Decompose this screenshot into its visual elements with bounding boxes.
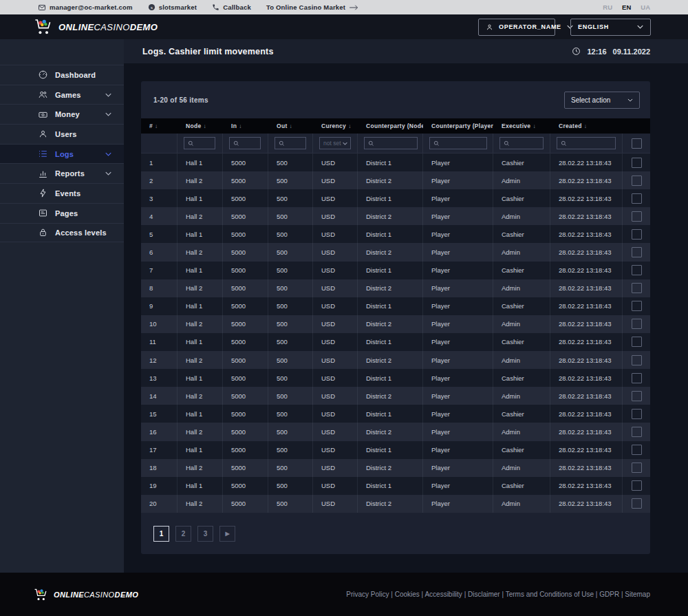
row-checkbox[interactable]: [632, 319, 642, 329]
column-header-node[interactable]: Node↓: [178, 118, 223, 134]
table-row: 7Hall 15000500USDDistrict 1PlayerCashier…: [141, 262, 650, 279]
sidebar-item-reports[interactable]: Reports: [0, 163, 124, 183]
row-checkbox[interactable]: [632, 337, 642, 347]
footer-link[interactable]: Privacy Policy: [346, 591, 389, 598]
footer-brand-logo[interactable]: ONLINECASINODEMO: [33, 588, 138, 602]
counterparty-node-filter-input[interactable]: [376, 140, 417, 147]
table-row: 4Hall 25000500USDDistrict 2PlayerAdmin28…: [141, 207, 650, 225]
pagination-page-1[interactable]: 1: [153, 526, 169, 542]
utility-bar: manager@oc-market.com s slotsmarket Call…: [0, 0, 688, 14]
search-icon: [279, 140, 285, 147]
counterparty-node-filter: [364, 137, 418, 149]
column-header-executive[interactable]: Executive↓: [493, 118, 550, 134]
sidebar-item-dashboard[interactable]: Dashboard: [0, 65, 124, 85]
sidebar-item-pages[interactable]: Pages: [0, 203, 124, 223]
table-cell: USD: [313, 441, 358, 459]
pagination-next-button[interactable]: ▶: [219, 526, 235, 542]
table-cell: 5000: [223, 262, 268, 279]
table-cell: 15: [141, 405, 178, 423]
table-cell: Player: [423, 405, 493, 423]
market-link[interactable]: To Online Casino Market: [266, 3, 358, 11]
sidebar-item-logs[interactable]: Logs: [0, 144, 124, 164]
table-cell: 500: [268, 333, 313, 351]
footer-link[interactable]: Terms and Conditions of Use: [506, 591, 594, 598]
row-checkbox[interactable]: [632, 391, 642, 401]
footer-link[interactable]: Accessibility: [424, 591, 462, 598]
row-checkbox[interactable]: [632, 211, 642, 222]
row-checkbox[interactable]: [632, 158, 642, 168]
table-cell: 5000: [223, 495, 268, 513]
executive-filter-input[interactable]: [512, 140, 543, 147]
column-header-num[interactable]: #↓: [141, 118, 178, 134]
row-checkbox[interactable]: [632, 355, 642, 365]
sidebar-item-access-levels[interactable]: Access levels: [0, 223, 124, 243]
row-checkbox[interactable]: [632, 247, 642, 257]
row-checkbox[interactable]: [632, 229, 642, 240]
sidebar-item-games[interactable]: Games: [0, 85, 124, 105]
language-select[interactable]: ENGLISH: [570, 19, 651, 36]
currency-filter-select[interactable]: not set: [319, 137, 351, 149]
pagination-page-2[interactable]: 2: [175, 526, 191, 542]
table-cell: 28.02.22 13:18:43: [550, 369, 623, 387]
row-checkbox[interactable]: [632, 445, 642, 455]
sidebar-item-label: Reports: [55, 169, 85, 178]
table-body: 1Hall 15000500USDDistrict 1PlayerCashier…: [141, 153, 650, 513]
operator-select[interactable]: OPERATOR_NAME: [478, 19, 555, 36]
filter-cell-empty: [141, 134, 178, 153]
row-checkbox[interactable]: [632, 265, 642, 275]
row-checkbox[interactable]: [632, 176, 642, 186]
row-checkbox[interactable]: [632, 409, 642, 419]
table-cell: Admin: [493, 351, 550, 369]
row-checkbox[interactable]: [632, 193, 642, 204]
table-cell: 28.02.22 13:18:43: [550, 351, 623, 369]
column-header-counterparty-node[interactable]: Counterparty (Node)↓: [358, 118, 423, 134]
footer-link[interactable]: Disclaimer: [468, 591, 500, 598]
row-checkbox[interactable]: [632, 480, 642, 491]
table-cell: 10: [141, 315, 178, 333]
table-cell: Player: [423, 441, 493, 459]
select-action-dropdown[interactable]: Select action: [564, 92, 640, 109]
sidebar-item-money[interactable]: Money: [0, 104, 124, 124]
brand-logo[interactable]: ONLINECASINODEMO: [33, 18, 158, 36]
chevron-down-icon: [627, 98, 633, 102]
language-option-en[interactable]: EN: [622, 3, 631, 11]
messenger-link[interactable]: s slotsmarket: [148, 3, 197, 11]
table-cell: 28.02.22 13:18:43: [550, 459, 623, 477]
row-checkbox[interactable]: [632, 373, 642, 383]
language-option-ua[interactable]: UA: [641, 3, 650, 11]
table-cell: Hall 2: [178, 495, 223, 513]
column-header-counterparty-player[interactable]: Counterparty (Player)↓: [423, 118, 493, 134]
manager-email-link[interactable]: manager@oc-market.com: [38, 3, 133, 12]
column-header-out[interactable]: Out↓: [268, 118, 313, 134]
column-header-created[interactable]: Created↓: [550, 118, 623, 134]
sidebar-item-users[interactable]: Users: [0, 124, 124, 144]
table-cell: 500: [268, 459, 313, 477]
footer-link[interactable]: Cookies: [395, 591, 420, 598]
created-filter-input[interactable]: [569, 140, 615, 147]
row-checkbox[interactable]: [632, 427, 642, 437]
footer-link[interactable]: GDPR: [599, 591, 619, 598]
sidebar-item-events[interactable]: Events: [0, 183, 124, 203]
currency-filter-value: not set: [323, 140, 341, 147]
column-header-in[interactable]: In↓: [223, 118, 268, 134]
pagination-page-3[interactable]: 3: [197, 526, 213, 542]
footer-link[interactable]: Sitemap: [625, 591, 650, 598]
out-filter: [275, 137, 306, 149]
row-checkbox[interactable]: [632, 498, 642, 509]
counterparty-player-filter: [429, 137, 487, 149]
operator-select-value: OPERATOR_NAME: [499, 23, 561, 30]
language-option-ru[interactable]: RU: [603, 3, 612, 11]
table-cell: Player: [423, 387, 493, 405]
column-header-currency[interactable]: Curency↓: [313, 118, 358, 134]
in-filter-input[interactable]: [241, 140, 260, 147]
row-checkbox[interactable]: [632, 301, 642, 311]
select-all-checkbox[interactable]: [632, 138, 642, 149]
table-cell: Hall 1: [178, 333, 223, 351]
table-cell: USD: [313, 171, 358, 189]
row-checkbox[interactable]: [632, 283, 642, 293]
counterparty-player-filter-input[interactable]: [442, 140, 486, 147]
out-filter-input[interactable]: [287, 140, 305, 147]
node-filter-input[interactable]: [196, 140, 215, 147]
callback-link[interactable]: Callback: [212, 3, 251, 11]
row-checkbox[interactable]: [632, 463, 642, 473]
